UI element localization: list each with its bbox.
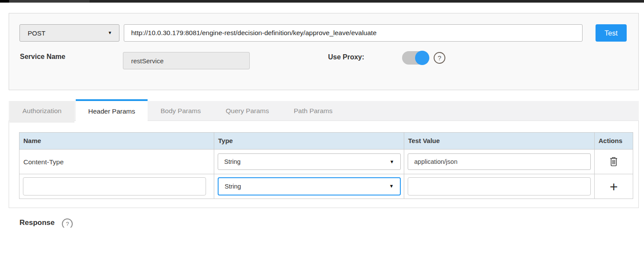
new-param-name-input[interactable]	[23, 177, 206, 195]
service-name-input[interactable]	[123, 52, 250, 69]
request-url-input[interactable]	[124, 24, 583, 42]
tab-path-params[interactable]: Path Params	[289, 101, 338, 120]
rest-service-test-screen: POST ▼ Test Service Name Use Proxy: ? Au…	[0, 0, 644, 280]
param-name-value: Content-Type	[19, 150, 214, 174]
param-type-select[interactable]: String ▼	[218, 153, 401, 170]
column-header-type: Type	[214, 133, 404, 149]
use-proxy-toggle[interactable]	[402, 51, 429, 65]
request-config-panel: POST ▼ Test Service Name Use Proxy: ?	[9, 13, 639, 90]
use-proxy-help-icon[interactable]: ?	[434, 52, 445, 64]
new-param-test-value-input[interactable]	[408, 177, 591, 195]
trash-icon	[609, 156, 618, 166]
tab-body-params[interactable]: Body Params	[156, 101, 206, 120]
param-type-cell: String ▼	[214, 150, 404, 174]
http-method-select[interactable]: POST ▼	[19, 24, 119, 42]
column-header-test-value: Test Value	[404, 133, 594, 149]
column-header-name: Name	[19, 133, 214, 149]
param-actions-cell	[594, 150, 633, 174]
param-test-value-cell	[404, 150, 594, 174]
service-name-label: Service Name	[20, 53, 65, 61]
tab-header-params[interactable]: Header Params	[76, 99, 148, 124]
param-type-cell: String ▼	[214, 174, 404, 199]
response-section: Response ?	[19, 218, 73, 228]
param-actions-cell: +	[594, 174, 633, 199]
chevron-down-icon: ▼	[389, 183, 394, 189]
table-header-row: Name Type Test Value Actions	[19, 133, 633, 149]
plus-icon: +	[610, 179, 618, 195]
param-name-cell	[19, 174, 214, 199]
window-top-strip-segment	[9, 0, 90, 3]
add-row-button[interactable]: +	[608, 179, 620, 195]
new-param-type-select[interactable]: String ▼	[218, 177, 401, 195]
param-test-value-cell	[404, 174, 594, 199]
tab-query-params[interactable]: Query Params	[221, 101, 274, 120]
param-name-cell: Content-Type	[19, 150, 214, 174]
chevron-down-icon: ▼	[390, 159, 394, 164]
use-proxy-label: Use Proxy:	[328, 53, 364, 61]
chevron-down-icon: ▼	[108, 30, 112, 35]
window-top-strip	[0, 0, 644, 3]
param-type-value: String	[225, 183, 241, 190]
toggle-thumb	[415, 51, 429, 65]
response-help-icon[interactable]: ?	[62, 218, 73, 228]
column-header-actions: Actions	[594, 133, 633, 149]
table-row: Content-Type String ▼	[19, 149, 633, 174]
response-label: Response	[19, 218, 55, 227]
header-params-table: Name Type Test Value Actions Content-Typ…	[19, 132, 633, 199]
table-row: String ▼ +	[19, 174, 633, 199]
params-tabbar: Authorization Header Params Body Params …	[9, 101, 639, 120]
http-method-value: POST	[28, 29, 45, 37]
window-top-strip-segment	[0, 0, 9, 3]
param-type-value: String	[224, 158, 241, 165]
tab-authorization[interactable]: Authorization	[10, 101, 74, 123]
delete-row-button[interactable]	[608, 155, 620, 169]
test-button[interactable]: Test	[596, 24, 627, 42]
param-test-value-input[interactable]	[408, 153, 591, 170]
